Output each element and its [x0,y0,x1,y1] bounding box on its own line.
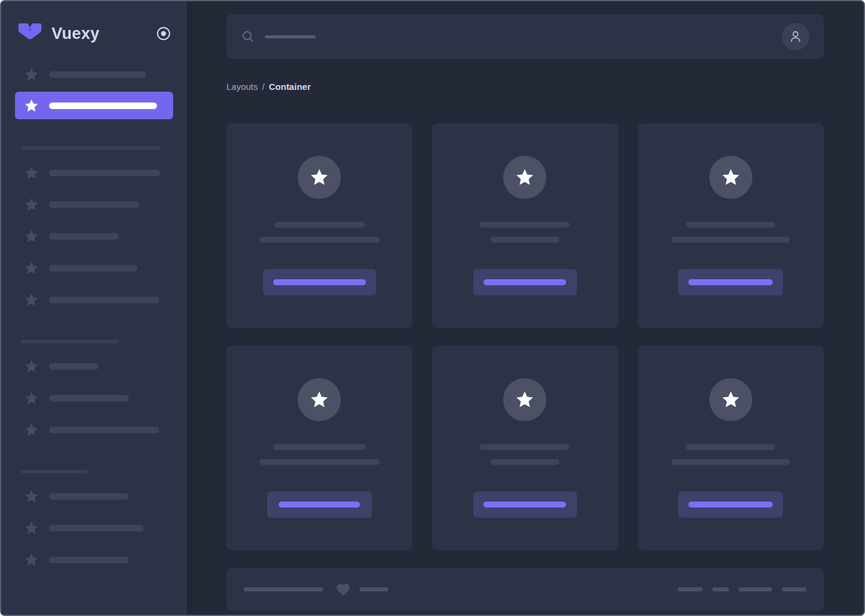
skeleton-card [226,123,412,328]
sidebar-item[interactable] [1,481,187,512]
breadcrumb-current: Container [269,81,311,92]
sidebar-item[interactable] [1,284,187,316]
sidebar-item-label-placeholder [49,525,144,532]
button-label-placeholder [688,502,773,508]
card-avatar-circle [503,156,546,199]
breadcrumb-parent-link[interactable]: Layouts [226,81,258,92]
footer-link-placeholder [782,587,806,591]
card-title-placeholder [686,444,775,450]
sidebar-item-label-placeholder [49,297,159,303]
footer-link-placeholder [712,587,729,591]
sidebar-item[interactable] [1,512,187,544]
footer-bar [226,568,824,611]
user-avatar-button[interactable] [782,23,809,50]
vuexy-logo-icon [18,23,42,44]
skeleton-card [432,346,618,550]
star-icon [24,165,39,180]
sidebar-item[interactable] [1,544,187,576]
person-icon [788,29,803,44]
star-icon [24,521,39,536]
sidebar-item-label-placeholder [49,71,146,78]
star-icon [24,197,39,212]
sidebar-item-label-placeholder [49,265,137,271]
star-icon [24,422,39,437]
footer-text-placeholder [359,587,388,591]
card-action-button[interactable] [678,491,783,518]
skeleton-card [226,346,412,550]
card-subtitle-placeholder [672,459,790,465]
sidebar-item-label-placeholder [49,170,160,176]
sidebar-item[interactable] [1,351,187,382]
card-title-placeholder [686,222,775,228]
star-icon [515,390,534,409]
sidebar-item-label-placeholder [49,201,139,208]
star-icon [24,229,39,244]
button-label-placeholder [279,502,360,508]
card-subtitle-placeholder [491,237,559,243]
card-avatar-circle [503,378,546,421]
card-title-placeholder [274,222,365,228]
star-icon [24,98,39,113]
sidebar-item-label-placeholder [49,102,157,109]
sidebar-item[interactable] [1,221,187,252]
star-icon [310,168,329,187]
skeleton-card [638,346,824,550]
card-title-placeholder [273,444,366,450]
card-action-button[interactable] [678,269,783,295]
button-label-placeholder [483,279,566,285]
skeleton-card [638,123,824,328]
card-grid [226,123,824,550]
sidebar-section-header [1,139,187,157]
skeleton-card [432,123,618,328]
heart-icon [335,582,351,597]
star-icon [24,67,39,82]
sidebar-item-label-placeholder [21,470,88,473]
menu-pin-toggle-icon[interactable] [156,26,171,41]
card-avatar-circle [709,378,752,421]
card-action-button[interactable] [263,269,376,295]
star-icon [24,261,39,276]
footer-link-placeholder [739,587,772,591]
button-label-placeholder [688,279,773,285]
sidebar-item[interactable] [1,382,187,414]
sidebar-header: Vuexy [1,1,187,44]
card-subtitle-placeholder [259,459,380,465]
breadcrumb: Layouts / Container [226,81,824,92]
button-label-placeholder [483,502,566,508]
card-action-button[interactable] [267,491,372,518]
app-window: Vuexy [0,0,865,616]
star-icon [721,390,740,409]
sidebar-item[interactable] [1,414,187,446]
sidebar-item-label-placeholder [49,493,129,500]
sidebar-section-header [1,463,187,481]
search-icon [241,29,255,44]
sidebar-nav [1,59,187,576]
sidebar-item-label-placeholder [49,427,159,433]
star-icon [515,168,534,187]
card-avatar-circle [709,156,752,199]
sidebar-item-label-placeholder [21,340,119,343]
card-action-button[interactable] [473,491,577,518]
card-action-button[interactable] [473,269,577,295]
footer-text-placeholder [244,587,323,591]
sidebar-item[interactable] [1,157,187,189]
sidebar-item-label-placeholder [21,146,160,150]
card-avatar-circle [298,156,341,199]
main-content: Layouts / Container [187,1,864,615]
sidebar-item-active[interactable] [15,92,173,119]
card-title-placeholder [480,444,570,450]
search-placeholder-bar [265,35,316,38]
card-subtitle-placeholder [672,237,790,243]
star-icon [24,552,39,567]
sidebar-item[interactable] [1,59,187,90]
button-label-placeholder [273,279,366,285]
search-input[interactable] [226,14,824,59]
star-icon [24,391,39,406]
card-avatar-circle [298,378,341,421]
sidebar-item[interactable] [1,252,187,284]
star-icon [721,168,740,187]
brand-title: Vuexy [52,25,146,43]
sidebar-item[interactable] [1,189,187,221]
sidebar: Vuexy [1,1,187,615]
card-title-placeholder [480,222,570,228]
